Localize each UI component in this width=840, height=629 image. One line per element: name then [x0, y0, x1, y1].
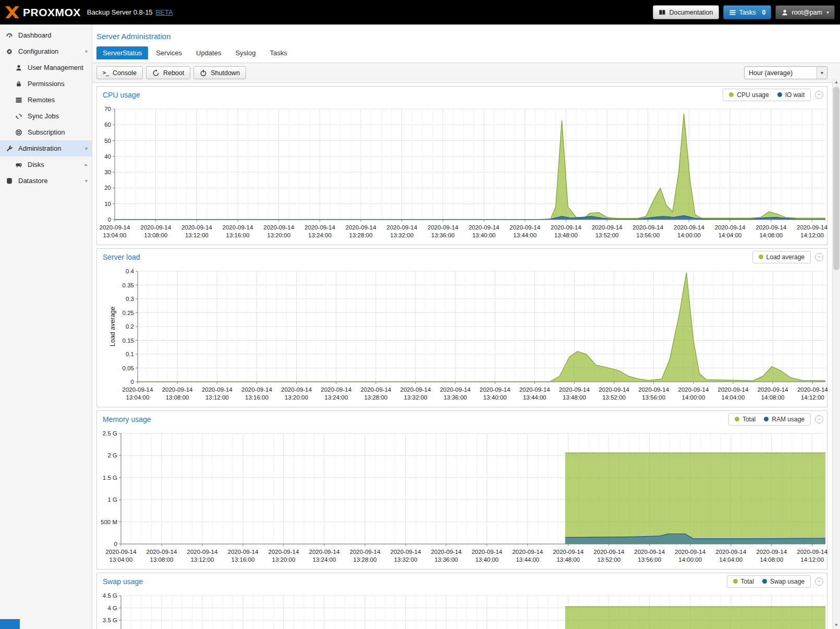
svg-text:13:56:00: 13:56:00: [642, 394, 665, 401]
tab-syslog[interactable]: Syslog: [229, 46, 262, 59]
svg-text:2020-09-14: 2020-09-14: [100, 224, 130, 231]
svg-text:0.35: 0.35: [123, 282, 134, 288]
svg-text:14:00:00: 14:00:00: [678, 557, 702, 563]
timeframe-select[interactable]: Hour (average) ▾: [744, 66, 827, 79]
sidebar-item-subscription[interactable]: Subscription: [0, 124, 92, 140]
shutdown-button[interactable]: Shutdown: [193, 66, 246, 79]
svg-text:2020-09-14: 2020-09-14: [718, 386, 749, 393]
sidebar-item-permissions[interactable]: Permissions: [0, 76, 92, 92]
chevron-down-icon: ▾: [817, 67, 827, 79]
sidebar-item-remotes[interactable]: Remotes: [0, 92, 92, 108]
svg-text:0.25: 0.25: [123, 310, 134, 316]
legend-item-total[interactable]: Total: [733, 578, 754, 585]
tab-tasks[interactable]: Tasks: [263, 46, 293, 59]
disk-icon: [15, 161, 23, 168]
sidebar-item-label: Sync Jobs: [28, 112, 59, 120]
chart-panel-cpu-usage: CPU usageCPU usageIO wait−01020304050607…: [96, 86, 827, 245]
svg-text:10: 10: [104, 201, 111, 207]
scroll-down-button[interactable]: ▼: [833, 621, 840, 629]
vertical-scrollbar[interactable]: ▲ ▼: [832, 78, 840, 629]
documentation-button[interactable]: Documentation: [653, 5, 719, 19]
svg-text:13:08:00: 13:08:00: [144, 232, 167, 238]
legend-item-total[interactable]: Total: [735, 416, 756, 423]
legend-dot: [764, 417, 769, 421]
collapse-panel-icon[interactable]: −: [815, 577, 823, 586]
chevron-right-icon[interactable]: ▸: [85, 162, 88, 167]
svg-text:13:12:00: 13:12:00: [205, 394, 229, 401]
shutdown-label: Shutdown: [211, 69, 240, 77]
legend-item-ram-usage[interactable]: RAM usage: [764, 416, 805, 423]
chart-panel-server-load: Server loadLoad average−00.050.10.150.20…: [96, 248, 827, 407]
sidebar-nav: DashboardConfiguration▾User ManagementPe…: [0, 25, 92, 629]
svg-text:2020-09-14: 2020-09-14: [471, 549, 502, 555]
svg-text:2020-09-14: 2020-09-14: [675, 549, 705, 555]
tab-updates[interactable]: Updates: [190, 46, 227, 59]
svg-text:2020-09-14: 2020-09-14: [638, 386, 669, 393]
scrollbar-thumb[interactable]: [833, 87, 839, 270]
svg-text:2020-09-14: 2020-09-14: [390, 549, 421, 555]
svg-text:13:24:00: 13:24:00: [324, 394, 348, 401]
sidebar-item-sync-jobs[interactable]: Sync Jobs: [0, 108, 92, 124]
svg-text:13:08:00: 13:08:00: [166, 394, 189, 401]
legend-item-cpu-usage[interactable]: CPU usage: [729, 91, 769, 99]
svg-text:2020-09-14: 2020-09-14: [559, 386, 590, 393]
chevron-down-icon[interactable]: ▾: [85, 178, 88, 184]
sidebar-item-configuration[interactable]: Configuration▾: [0, 43, 92, 59]
sidebar-item-dashboard[interactable]: Dashboard: [0, 27, 92, 43]
svg-text:13:32:00: 13:32:00: [394, 557, 418, 563]
sidebar-item-user-management[interactable]: User Management: [0, 59, 92, 76]
scroll-up-button[interactable]: ▲: [833, 78, 840, 86]
svg-text:14:12:00: 14:12:00: [800, 557, 824, 563]
svg-text:40: 40: [104, 153, 111, 160]
charts-region: CPU usageCPU usageIO wait−01020304050607…: [92, 83, 840, 629]
tasks-button[interactable]: Tasks 0: [723, 5, 772, 19]
svg-text:2020-09-14: 2020-09-14: [756, 224, 786, 231]
legend-item-swap-usage[interactable]: Swap usage: [762, 578, 805, 585]
collapse-panel-icon[interactable]: −: [815, 415, 823, 424]
svg-text:13:12:00: 13:12:00: [191, 557, 214, 563]
svg-text:2020-09-14: 2020-09-14: [321, 386, 351, 393]
svg-text:13:04:00: 13:04:00: [126, 394, 150, 401]
svg-text:13:16:00: 13:16:00: [232, 557, 255, 563]
svg-text:2 G: 2 G: [107, 452, 117, 458]
svg-text:2020-09-14: 2020-09-14: [305, 224, 335, 231]
legend-item-io-wait[interactable]: IO wait: [777, 91, 805, 99]
svg-text:2020-09-14: 2020-09-14: [469, 224, 500, 231]
svg-text:13:56:00: 13:56:00: [638, 557, 661, 563]
user-menu-button[interactable]: root@pam ▾: [775, 5, 835, 19]
svg-text:14:08:00: 14:08:00: [760, 557, 783, 563]
chevron-down-icon[interactable]: ▾: [85, 146, 88, 151]
svg-text:0: 0: [131, 379, 134, 385]
sidebar-item-administration[interactable]: Administration▾: [0, 140, 92, 156]
svg-text:2020-09-14: 2020-09-14: [187, 549, 218, 555]
proxmox-logo: PROXMOX: [5, 6, 81, 19]
tab-services[interactable]: Services: [150, 46, 188, 59]
lock-icon: [15, 80, 23, 88]
database-icon: [6, 177, 14, 185]
svg-text:70: 70: [104, 106, 111, 112]
sidebar-item-datastore[interactable]: Datastore▾: [0, 173, 92, 189]
svg-text:13:44:00: 13:44:00: [513, 232, 537, 238]
timeframe-value: Hour (average): [749, 69, 793, 77]
panel-header: Swap usageTotalSwap usage−: [97, 573, 827, 589]
collapse-panel-icon[interactable]: −: [815, 91, 823, 99]
chart-legend: CPU usageIO wait: [723, 89, 811, 101]
svg-text:0.15: 0.15: [123, 337, 134, 344]
legend-label: CPU usage: [737, 91, 769, 99]
svg-text:13:44:00: 13:44:00: [516, 557, 539, 563]
console-button[interactable]: >_ Console: [96, 66, 143, 79]
console-label: Console: [113, 69, 137, 77]
task-list-icon: [729, 9, 736, 16]
legend-item-load-average[interactable]: Load average: [759, 253, 805, 261]
legend-label: Total: [742, 416, 756, 423]
chevron-down-icon[interactable]: ▾: [85, 49, 88, 54]
tab-serverstatus[interactable]: ServerStatus: [96, 46, 148, 59]
console-icon: >_: [103, 70, 109, 76]
beta-link[interactable]: BETA: [156, 8, 173, 16]
svg-text:2020-09-14: 2020-09-14: [346, 224, 376, 231]
svg-text:2020-09-14: 2020-09-14: [268, 549, 299, 555]
reboot-button[interactable]: Reboot: [146, 66, 190, 79]
svg-text:2020-09-14: 2020-09-14: [309, 549, 339, 555]
sidebar-item-disks[interactable]: Disks▸: [0, 156, 92, 173]
collapse-panel-icon[interactable]: −: [815, 253, 823, 261]
